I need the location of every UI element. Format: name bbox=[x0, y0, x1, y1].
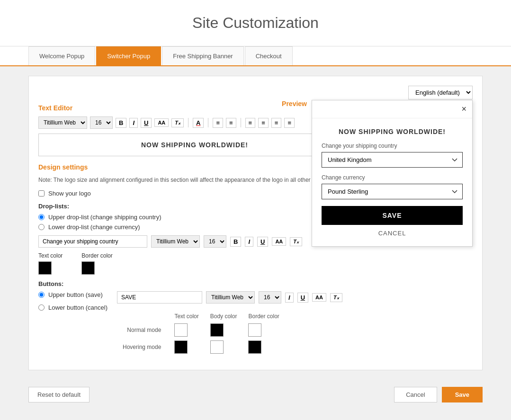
font-size-select[interactable]: 16 12 14 18 24 bbox=[90, 116, 113, 129]
hover-body-color-swatch[interactable] bbox=[210, 340, 224, 354]
preview-title: NOW SHIPPING WORLDWIDE! bbox=[322, 128, 463, 135]
btn-clear-btn[interactable]: Tₓ bbox=[330, 293, 342, 302]
droplist-bold-btn[interactable]: B bbox=[230, 237, 241, 247]
btn-font-select[interactable]: Titillium Web Arial bbox=[206, 291, 255, 304]
preview-cancel-button[interactable]: CANCEL bbox=[322, 230, 463, 237]
bold-button[interactable]: B bbox=[116, 118, 126, 128]
preview-section-label: Preview bbox=[282, 100, 307, 107]
footer-save-button[interactable]: Save bbox=[442, 387, 483, 402]
toolbar-separator-2 bbox=[208, 118, 208, 127]
upper-droplist-label: Upper drop-list (change shipping country… bbox=[48, 214, 161, 221]
lower-button-radio[interactable] bbox=[38, 304, 45, 311]
droplist-underline-btn[interactable]: U bbox=[257, 237, 268, 247]
language-select[interactable]: English (default) French German Spanish bbox=[408, 86, 473, 99]
droplist-config-row: Titillium Web Arial 16 12 14 18 B I U AA… bbox=[38, 235, 351, 248]
upper-button-label: Upper button (save) bbox=[48, 291, 103, 298]
hover-border-color-swatch[interactable] bbox=[248, 340, 261, 354]
show-logo-label: Show your logo bbox=[48, 190, 91, 197]
border-color-swatch[interactable] bbox=[81, 261, 95, 275]
btn-fontsize-btn[interactable]: AA bbox=[312, 293, 326, 302]
droplist-text-input[interactable] bbox=[38, 235, 147, 248]
preview-shipping-select[interactable]: United Kingdom United States France Germ… bbox=[322, 152, 463, 168]
show-logo-checkbox[interactable] bbox=[38, 190, 45, 197]
font-family-select[interactable]: Titillium Web Arial Georgia bbox=[38, 116, 87, 129]
align-left-button[interactable]: ≡ bbox=[245, 118, 256, 128]
main-content: English (default) French German Spanish … bbox=[28, 76, 483, 370]
page-footer: Reset to default Cancel Save bbox=[0, 380, 511, 410]
btn-italic-btn[interactable]: I bbox=[285, 293, 294, 303]
preview-shipping-label: Change your shipping country bbox=[322, 143, 463, 149]
text-color-swatch[interactable] bbox=[38, 261, 52, 275]
normal-mode-row: Normal mode bbox=[117, 322, 285, 339]
left-content: Text Editor Titillium Web Arial Georgia … bbox=[38, 104, 351, 356]
underline-button[interactable]: U bbox=[141, 118, 152, 128]
droplist-italic-btn[interactable]: I bbox=[245, 237, 253, 247]
unordered-list-button[interactable]: ≡ bbox=[226, 118, 236, 128]
design-settings-title: Design settings bbox=[38, 163, 351, 171]
tabs-bar: Welcome Popup Switcher Popup Free Shippi… bbox=[0, 46, 511, 66]
reset-button[interactable]: Reset to default bbox=[28, 387, 90, 402]
text-editor-toolbar: Titillium Web Arial Georgia 16 12 14 18 … bbox=[38, 116, 351, 129]
upper-button-radio[interactable] bbox=[38, 292, 45, 298]
droplist-font-select[interactable]: Titillium Web Arial bbox=[151, 235, 200, 248]
droplist-clear-btn[interactable]: Tₓ bbox=[290, 237, 302, 246]
tab-welcome-popup[interactable]: Welcome Popup bbox=[28, 46, 95, 65]
hover-text-color-swatch[interactable] bbox=[174, 340, 188, 354]
buttons-section: Upper button (save) Lower button (cancel… bbox=[38, 291, 351, 356]
preview-save-button[interactable]: SAVE bbox=[322, 206, 463, 225]
tab-free-shipping-banner[interactable]: Free Shipping Banner bbox=[162, 46, 243, 65]
tab-checkout[interactable]: Checkout bbox=[245, 46, 293, 65]
page-header: Site Customization bbox=[0, 0, 511, 46]
btn-font-size-select[interactable]: 16 12 14 18 bbox=[259, 291, 281, 304]
preview-panel: × NOW SHIPPING WORLDWIDE! Change your sh… bbox=[312, 100, 473, 247]
footer-cancel-button[interactable]: Cancel bbox=[394, 387, 437, 402]
font-color-button[interactable]: A bbox=[193, 118, 204, 128]
align-right-button[interactable]: ≡ bbox=[271, 118, 282, 128]
toolbar-separator-3 bbox=[241, 118, 241, 127]
footer-right: Cancel Save bbox=[394, 387, 483, 402]
lang-selector-row: English (default) French German Spanish bbox=[38, 86, 473, 99]
font-size-button[interactable]: AA bbox=[154, 118, 169, 127]
border-color-col: Border color bbox=[81, 252, 112, 275]
preview-currency-select[interactable]: Pound Sterling US Dollar Euro bbox=[322, 184, 463, 199]
upper-droplist-radio[interactable] bbox=[38, 214, 45, 220]
normal-mode-label: Normal mode bbox=[117, 322, 169, 339]
design-settings-note: Note: The logo size and alignment config… bbox=[38, 176, 351, 184]
preview-currency-label: Change currency bbox=[322, 174, 463, 181]
lower-droplist-label: Lower drop-list (change currency) bbox=[48, 223, 140, 231]
normal-text-color-swatch[interactable] bbox=[174, 323, 188, 337]
body-color-header: Body color bbox=[205, 311, 243, 322]
lower-button-row: Lower button (cancel) bbox=[38, 304, 108, 311]
btn-underline-btn[interactable]: U bbox=[297, 293, 308, 303]
mode-table: Text color Body color Border color Norma… bbox=[117, 311, 342, 356]
lower-droplist-radio[interactable] bbox=[38, 224, 45, 230]
normal-body-color-swatch[interactable] bbox=[210, 323, 224, 337]
align-center-button[interactable]: ≡ bbox=[258, 118, 269, 128]
text-color-label: Text color bbox=[38, 252, 63, 259]
upper-droplist-row: Upper drop-list (change shipping country… bbox=[38, 214, 351, 221]
droplist-fontsize-btn[interactable]: AA bbox=[272, 237, 286, 246]
normal-border-color-swatch[interactable] bbox=[248, 323, 261, 337]
hovering-mode-row: Hovering mode bbox=[117, 339, 285, 356]
ordered-list-button[interactable]: ≡ bbox=[213, 118, 223, 128]
droplists-label: Drop-lists: bbox=[38, 203, 351, 210]
buttons-radios: Upper button (save) Lower button (cancel… bbox=[38, 291, 108, 314]
lower-droplist-row: Lower drop-list (change currency) bbox=[38, 223, 351, 231]
preview-close-button[interactable]: × bbox=[461, 104, 466, 114]
droplist-font-size-select[interactable]: 16 12 14 18 bbox=[204, 235, 226, 248]
button-text-input[interactable] bbox=[117, 291, 202, 304]
banner-text-display[interactable]: NOW SHIPPING WORLDWIDE! bbox=[38, 134, 351, 156]
italic-button[interactable]: I bbox=[129, 118, 138, 128]
align-justify-button[interactable]: ≡ bbox=[284, 118, 295, 128]
color-row: Text color Border color bbox=[38, 252, 351, 275]
toolbar-separator-1 bbox=[188, 118, 188, 127]
buttons-section-label: Buttons: bbox=[38, 280, 351, 287]
preview-header-bar: × bbox=[312, 100, 472, 118]
tab-switcher-popup[interactable]: Switcher Popup bbox=[96, 46, 161, 65]
border-color-label: Border color bbox=[81, 252, 112, 259]
page-title: Site Customization bbox=[0, 14, 511, 32]
text-color-header: Text color bbox=[169, 311, 204, 322]
upper-button-row: Upper button (save) bbox=[38, 291, 108, 298]
clear-format-button[interactable]: Tₓ bbox=[171, 118, 184, 127]
text-color-col: Text color bbox=[38, 252, 63, 275]
